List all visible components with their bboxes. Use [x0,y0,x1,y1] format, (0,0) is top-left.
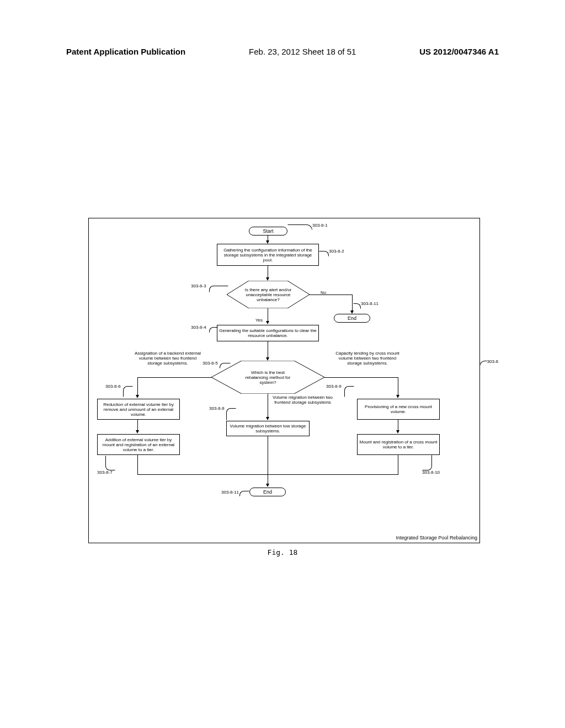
yes-label: Yes [255,318,263,323]
conv-left-v [137,455,138,474]
arrowhead-left [136,395,139,398]
ref-which: 303-8-5 [202,361,218,366]
alert-decision: Is there any alert and/or unacceptable r… [227,281,310,308]
curve-addition [105,456,115,470]
arrow-no-h [310,295,353,295]
ref-cross: 303-8-9 [326,384,342,389]
path-center-text: Volume migration between two frontend st… [271,395,334,405]
corner-label: Integrated Storage Pool Rebalancing [396,535,477,540]
ref-start: 303-8-1 [312,223,328,228]
curve-which [220,363,231,368]
arrow-yes [268,308,268,322]
arrow-right-v [398,377,398,395]
end-bottom-terminal: End [249,488,286,496]
arrow-right-h [324,377,398,378]
curve-cross [344,386,354,397]
curve-migrate [226,408,236,420]
ref-addition: 303-8-7 [97,470,113,475]
generate-process: Generating the suitable configurations t… [217,325,319,341]
ref-gather: 303-8-2 [329,249,344,254]
alert-text: Is there any alert and/or unacceptable r… [242,287,295,302]
arrowhead-yes [266,321,269,324]
ref-end-right: 303-8-11 [361,301,379,306]
ref-generate: 303-8-4 [191,325,206,330]
start-terminal: Start [249,227,287,235]
ref-mount: 303-8-10 [422,470,440,475]
conv-right-v [398,455,398,474]
arrow-5 [398,420,398,431]
arrowhead-conv [266,484,269,487]
diagram-container: 303-8 Start 303-8-1 Gathering the config… [88,218,480,543]
curve-alert [209,286,228,292]
migrate-process: Volume migration between tow storage sub… [226,421,310,436]
curve-end-right [353,303,361,309]
arrowhead-right [396,395,399,398]
end-right-terminal: End [334,314,370,323]
header-left: Patent Application Publication [66,47,185,56]
arrow-center-v [268,394,268,417]
curve-gather [319,251,329,256]
path-right-text: Capacity lending by cross mount volume b… [332,351,403,366]
ref-alert: 303-8-3 [191,283,206,288]
arrow-left-h [137,377,212,378]
gather-process: Gathering the configuration information … [217,244,319,266]
mount-process: Mount and registration of a cross mount … [357,434,440,455]
reduction-process: Reduction of external volume tier by rem… [97,399,180,420]
arrowhead-center [266,417,269,420]
arrow-2 [268,266,268,278]
arrow-4 [137,420,138,431]
path-left-text: Assignation of a backend external volume… [132,351,204,366]
curve-reduction [123,386,133,397]
conv-right-h [268,474,398,475]
arrow-left-v [137,377,138,395]
which-text: Which is the best rebalancing method for… [239,370,297,385]
header-center: Feb. 23, 2012 Sheet 18 of 51 [249,47,356,56]
provision-process: Provisioning of a new cross mount volume… [357,399,440,420]
arrow-no-v [352,295,353,311]
conv-left-h [137,474,268,475]
curve-generate [209,327,218,333]
figure-caption: Fig. 18 [0,548,565,556]
arrow-3 [268,341,268,358]
ref-end-bottom: 303-8-11 [221,490,239,495]
ref-container: 303-8 [487,359,498,364]
arrowhead-5 [396,430,399,433]
addition-process: Addition of external volume tier by moun… [97,434,180,455]
arrowhead-4 [136,430,139,433]
curve-end-bottom [239,491,249,496]
ref-migrate: 303-8-8 [209,406,225,411]
curve-container [479,361,487,368]
conv-center-v [268,436,268,484]
header-right: US 2012/0047346 A1 [419,47,499,56]
curve-start [287,224,312,230]
ref-reduction: 303-8-6 [105,384,121,389]
curve-mount [422,455,432,470]
